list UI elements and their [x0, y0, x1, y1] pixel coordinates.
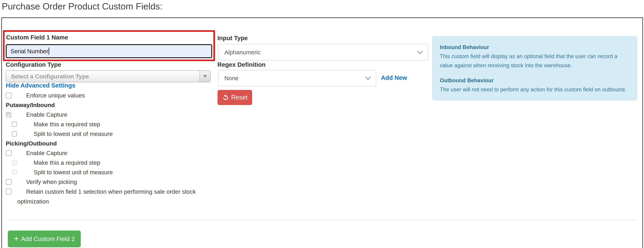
checkbox-retain-custom-field-1-selection-when-performing-sale-order-stock-optimization[interactable] [6, 189, 12, 194]
checkbox-enable-capture[interactable] [6, 150, 12, 156]
horizontal-divider [8, 220, 637, 220]
add-custom-field-2-button[interactable]: + Add Custom Field 2 [8, 230, 81, 247]
configuration-type-label: Configuration Type [6, 61, 61, 68]
option-row-retain-custom-field-1-selection-when-performing-sale-order-stock-optimization: Retain custom field 1 selection when per… [6, 187, 214, 206]
input-type-label: Input Type [218, 35, 248, 42]
add-custom-field-2-label: Add Custom Field 2 [21, 235, 74, 242]
undo-icon [222, 94, 229, 101]
checkbox-label-make-this-a-required-step: Make this a required step [34, 121, 100, 128]
configuration-type-placeholder: Select a Configuration Type [6, 73, 89, 80]
checkbox-label-make-this-a-required-step: Make this a required step [34, 159, 100, 166]
custom-fields-panel: Custom Field 1 Name Serial Number Config… [2, 18, 643, 248]
checkbox-split-to-lowest-unit-of-measure[interactable] [12, 131, 17, 136]
dropdown-arrow-button[interactable] [200, 71, 210, 82]
custom-field-1-name-value: Serial Number [10, 48, 48, 55]
option-row-make-this-a-required-step: Make this a required step [6, 119, 214, 129]
chevron-down-icon [365, 74, 371, 80]
regex-definition-select[interactable]: None [218, 70, 376, 86]
regex-definition-label: Regex Definition [218, 61, 266, 68]
checkbox-enable-capture [6, 112, 12, 117]
input-type-select[interactable]: Alphanumeric [218, 44, 428, 60]
advanced-options-list: Enforce unique valuesPutaway/InboundEnab… [6, 91, 214, 206]
chevron-down-icon [417, 49, 422, 54]
checkbox-label-enforce-unique-values: Enforce unique values [26, 92, 85, 99]
reset-button[interactable]: Reset [218, 90, 252, 105]
option-row-make-this-a-required-step: Make this a required step [6, 158, 214, 168]
option-row-split-to-lowest-unit-of-measure: Split to lowest unit of measure [6, 129, 214, 139]
section-header-putaway-inbound: Putaway/Inbound [6, 100, 214, 110]
outbound-behaviour-text: The user will not need to perform any ac… [440, 85, 630, 94]
checkbox-verify-when-picking[interactable] [6, 179, 12, 185]
spacer [440, 70, 630, 76]
text-caret [49, 48, 49, 55]
triangle-down-icon [203, 75, 207, 78]
plus-icon: + [14, 234, 19, 243]
custom-field-1-name-input[interactable]: Serial Number [6, 44, 212, 58]
inbound-behaviour-text: This custom field will display as an opt… [440, 52, 630, 70]
checkbox-label-retain-custom-field-1-selection-when-performing-sale-order-stock-optimization: Retain custom field 1 selection when per… [17, 187, 210, 206]
checkbox-split-to-lowest-unit-of-measure [12, 170, 17, 175]
checkbox-enforce-unique-values[interactable] [6, 93, 12, 98]
checkbox-label-split-to-lowest-unit-of-measure: Split to lowest unit of measure [34, 131, 113, 137]
custom-field-1-name-label: Custom Field 1 Name [6, 34, 68, 41]
checkbox-make-this-a-required-step [12, 160, 17, 165]
checkbox-label-split-to-lowest-unit-of-measure: Split to lowest unit of measure [34, 169, 113, 176]
option-row-verify-when-picking: Verify when picking [6, 177, 214, 187]
annotation-highlight-box: Custom Field 1 Name Serial Number [3, 30, 215, 61]
reset-button-label: Reset [231, 94, 248, 101]
add-new-regex-link[interactable]: Add New [381, 74, 407, 81]
option-row-enable-capture: Enable Capture [6, 148, 214, 158]
section-header-picking-outbound: Picking/Outbound [6, 139, 214, 148]
checkbox-label-enable-capture: Enable Capture [26, 111, 67, 118]
page-title: Purchase Order Product Custom Fields: [2, 1, 162, 12]
inbound-behaviour-heading: Inbound Behaviour [440, 43, 630, 52]
option-row-enable-capture: Enable Capture [6, 110, 214, 119]
hide-advanced-settings-link[interactable]: Hide Advanced Settings [6, 82, 75, 89]
outbound-behaviour-heading: Outbound Behaviour [440, 76, 630, 85]
configuration-type-select[interactable]: Select a Configuration Type [6, 70, 210, 82]
regex-definition-value: None [224, 75, 238, 82]
checkbox-label-enable-capture: Enable Capture [26, 150, 67, 157]
option-row-enforce-unique-values: Enforce unique values [6, 91, 214, 100]
option-row-split-to-lowest-unit-of-measure: Split to lowest unit of measure [6, 168, 214, 177]
input-type-value: Alphanumeric [224, 49, 261, 56]
checkbox-label-verify-when-picking: Verify when picking [26, 179, 77, 185]
behaviour-info-box: Inbound Behaviour This custom field will… [432, 36, 637, 100]
checkbox-make-this-a-required-step[interactable] [12, 122, 17, 127]
